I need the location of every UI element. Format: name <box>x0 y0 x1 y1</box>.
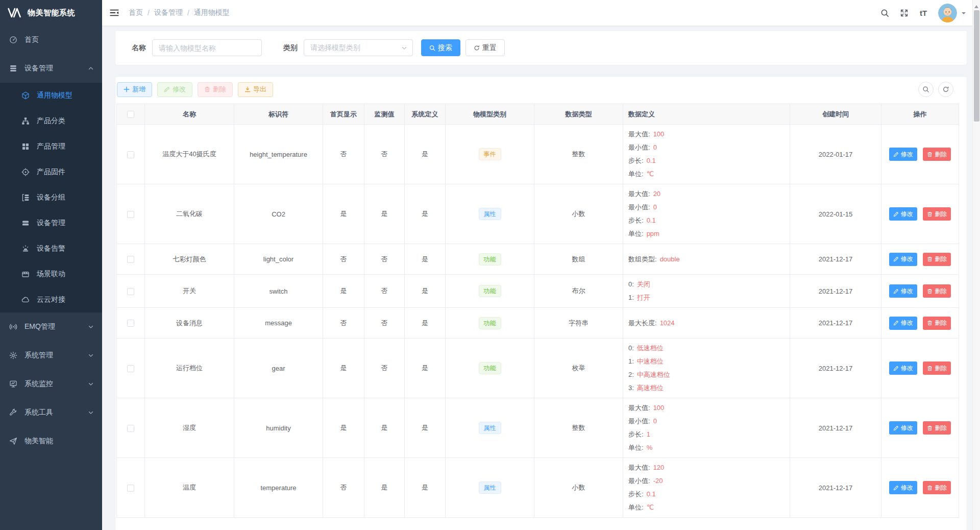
sidebar-item-emq-manage[interactable]: EMQ管理 <box>0 312 102 341</box>
select-all-checkbox[interactable] <box>127 111 134 118</box>
app-title: 物美智能系统 <box>28 8 75 18</box>
cell-data-type: 字符串 <box>534 308 623 339</box>
sidebar-item-product-category[interactable]: 产品分类 <box>0 108 102 134</box>
definition-line: 1:打开 <box>628 291 785 304</box>
cell-definition: 数组类型:double <box>623 244 790 275</box>
topbar: 首页/设备管理/通用物模型 tT <box>102 0 980 26</box>
cell-monitor: 是 <box>364 458 405 518</box>
row-edit-button[interactable]: 修改 <box>889 253 917 266</box>
definition-line: 单位:℃ <box>628 167 785 181</box>
fullscreen-icon[interactable] <box>894 0 914 26</box>
breadcrumb-separator: / <box>148 9 150 17</box>
sidebar-item-device-list[interactable]: 设备管理 <box>0 210 102 236</box>
row-checkbox[interactable] <box>127 151 134 158</box>
row-checkbox[interactable] <box>127 211 134 218</box>
definition-line: 步长:0.1 <box>628 488 785 501</box>
row-edit-button[interactable]: 修改 <box>889 362 917 375</box>
sidebar-item-system-manage[interactable]: 系统管理 <box>0 341 102 370</box>
toggle-search-button[interactable] <box>918 82 934 97</box>
cell-definition: 最大值:120最小值:-20步长:0.1单位:℃ <box>623 458 790 518</box>
header-search-icon[interactable] <box>875 0 894 26</box>
scrollbar-thumb[interactable] <box>974 10 979 122</box>
plus-icon <box>124 86 130 92</box>
row-edit-button[interactable]: 修改 <box>889 284 917 298</box>
cell-identifier: humidity <box>234 398 323 458</box>
cell-name: 温度大于40摄氏度 <box>145 125 234 184</box>
column-header: 标识符 <box>234 104 323 125</box>
row-delete-button[interactable]: 删除 <box>923 317 951 330</box>
table-row: 七彩灯颜色 light_color 否 否 是 功能 数组 数组类型:doubl… <box>117 244 959 275</box>
sidebar-toggle-button[interactable] <box>102 0 127 26</box>
trash-icon <box>927 366 933 371</box>
row-edit-button[interactable]: 修改 <box>889 421 917 435</box>
breadcrumb-item-0[interactable]: 首页 <box>129 8 143 17</box>
sidebar-item-system-monitor[interactable]: 系统监控 <box>0 370 102 398</box>
table-row: 设备消息 message 否 否 是 功能 字符串 最大长度:1024 2021… <box>117 308 959 339</box>
row-edit-button[interactable]: 修改 <box>889 207 917 221</box>
export-button[interactable]: 导出 <box>238 82 273 97</box>
column-header: 监测值 <box>364 104 405 125</box>
row-delete-button[interactable]: 删除 <box>923 362 951 375</box>
table-header-row: 名称标识符首页显示监测值系统定义物模型类别数据类型数据定义创建时间操作 <box>117 104 959 125</box>
row-edit-button[interactable]: 修改 <box>889 148 917 161</box>
user-menu[interactable] <box>938 4 966 22</box>
row-edit-button[interactable]: 修改 <box>889 481 917 494</box>
refresh-table-button[interactable] <box>938 82 953 97</box>
row-delete-button[interactable]: 删除 <box>923 421 951 435</box>
cell-home-display: 是 <box>323 398 364 458</box>
delete-button[interactable]: 删除 <box>198 82 233 97</box>
trash-icon <box>927 211 933 217</box>
edit-button[interactable]: 修改 <box>157 82 192 97</box>
sidebar-item-product-firmware[interactable]: 产品固件 <box>0 159 102 185</box>
row-checkbox[interactable] <box>127 485 134 492</box>
row-delete-button[interactable]: 删除 <box>923 481 951 494</box>
row-edit-button[interactable]: 修改 <box>889 317 917 330</box>
sidebar-item-home[interactable]: 首页 <box>0 26 102 54</box>
cell-home-display: 否 <box>323 125 364 184</box>
pagination: 共 8 条 10条/页 1 前往 页 <box>116 518 967 530</box>
cell-data-type: 小数 <box>534 458 623 518</box>
column-header: 首页显示 <box>323 104 364 125</box>
sidebar-item-device-manage[interactable]: 设备管理 <box>0 54 102 83</box>
sidebar-item-system-tools[interactable]: 系统工具 <box>0 398 102 427</box>
search-button[interactable]: 搜索 <box>421 39 460 56</box>
definition-line: 步长:0.1 <box>628 154 785 167</box>
font-size-icon[interactable]: tT <box>914 0 933 26</box>
pencil-icon <box>893 425 899 431</box>
sidebar-item-device-alert[interactable]: 设备告警 <box>0 236 102 261</box>
category-tag: 事件 <box>479 148 501 160</box>
row-checkbox[interactable] <box>127 425 134 432</box>
category-filter-select[interactable]: 请选择模型类别 <box>304 39 413 56</box>
cell-system-defined: 是 <box>405 458 446 518</box>
row-checkbox[interactable] <box>127 288 134 295</box>
scroll-up-arrow-icon[interactable] <box>974 3 978 8</box>
category-filter-label: 类别 <box>283 43 298 53</box>
sidebar: 物美智能系统 首页 设备管理 通用物模型 产品分类 产品管理 产品固件 设备分组 <box>0 0 102 530</box>
definition-line: 最小值:0 <box>628 201 785 214</box>
sidebar-item-thing-model[interactable]: 通用物模型 <box>0 83 102 108</box>
row-checkbox[interactable] <box>127 320 134 327</box>
reset-button[interactable]: 重置 <box>465 39 505 56</box>
row-delete-button[interactable]: 删除 <box>923 253 951 266</box>
row-checkbox[interactable] <box>127 365 134 372</box>
row-delete-button[interactable]: 删除 <box>923 148 951 161</box>
cell-definition: 最大值:100最小值:0步长:1单位:% <box>623 398 790 458</box>
row-checkbox[interactable] <box>127 256 134 263</box>
add-button[interactable]: 新增 <box>117 82 152 97</box>
column-header: 系统定义 <box>405 104 446 125</box>
column-header: 数据类型 <box>534 104 623 125</box>
sidebar-item-scene-link[interactable]: 场景联动 <box>0 261 102 287</box>
definition-line: 单位:ppm <box>628 227 785 240</box>
sidebar-item-device-group[interactable]: 设备分组 <box>0 185 102 210</box>
name-filter-input[interactable] <box>152 39 262 56</box>
sidebar-item-cloud-cloud[interactable]: 云云对接 <box>0 287 102 312</box>
sidebar-item-product-manage[interactable]: 产品管理 <box>0 134 102 159</box>
definition-line: 数组类型:double <box>628 253 785 266</box>
breadcrumb-item-1[interactable]: 设备管理 <box>154 8 183 17</box>
sidebar-item-wumei-smart[interactable]: 物美智能 <box>0 427 102 455</box>
cell-system-defined: 是 <box>405 275 446 308</box>
row-delete-button[interactable]: 删除 <box>923 284 951 298</box>
row-delete-button[interactable]: 删除 <box>923 207 951 221</box>
vertical-scrollbar[interactable] <box>972 0 980 530</box>
search-icon <box>429 45 435 51</box>
